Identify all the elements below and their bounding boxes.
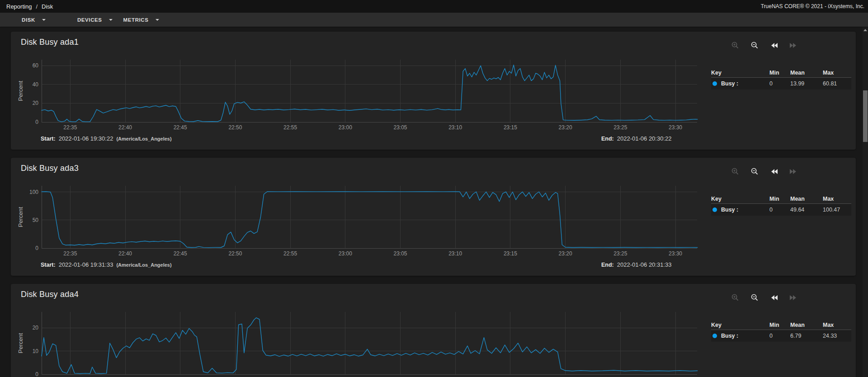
x-tick-label: 22:50	[228, 250, 242, 257]
step-back-icon[interactable]	[770, 293, 778, 302]
x-tick-label: 22:45	[174, 124, 187, 131]
busy-series-line	[42, 192, 698, 248]
y-tick-label: 100	[29, 189, 38, 195]
y-tick-label: 60	[33, 62, 39, 69]
legend-header-max: Max	[823, 322, 850, 328]
x-tick-label: 23:00	[339, 124, 352, 131]
series-color-dot	[712, 207, 717, 212]
chart-actions	[731, 41, 797, 49]
breadcrumb-page: Disk	[42, 3, 53, 10]
zoom-out-icon[interactable]	[750, 41, 759, 49]
time-range-row: Start:2022-01-06 19:31:33(America/Los_An…	[11, 261, 709, 269]
chart-card-ada1: Disk Busy ada1 22:3522:4022:4522:5022:55…	[11, 32, 856, 150]
scroll-up-icon[interactable]	[863, 28, 868, 33]
y-tick-label: 20	[33, 100, 39, 106]
zoom-in-icon[interactable]	[731, 167, 739, 175]
chart-canvas[interactable]: 22:3522:4022:4522:5022:5523:0023:0523:10…	[11, 284, 707, 377]
legend-min-value: 0	[769, 80, 790, 87]
legend-mean-value: 13.99	[790, 80, 823, 87]
disk-dropdown-label: DISK	[22, 17, 35, 23]
step-forward-icon[interactable]	[789, 167, 797, 175]
start-value: 2022-01-06 19:31:33	[59, 261, 113, 268]
x-tick-label: 23:05	[393, 250, 407, 257]
zoom-in-icon[interactable]	[731, 293, 739, 302]
legend-header-min: Min	[769, 196, 790, 202]
x-tick-label: 22:50	[228, 124, 242, 131]
y-axis-title: Percent	[17, 333, 24, 353]
step-back-icon[interactable]	[770, 167, 778, 175]
metrics-dropdown-label: METRICS	[123, 17, 149, 23]
end-label: End:	[601, 136, 614, 142]
y-axis-title: Percent	[17, 207, 24, 227]
x-tick-label: 23:20	[559, 250, 572, 257]
step-forward-icon[interactable]	[789, 41, 797, 49]
chart-canvas[interactable]: 22:3522:4022:4522:5022:5523:0023:0523:10…	[11, 158, 707, 259]
scrollbar-thumb[interactable]	[863, 90, 868, 142]
busy-series-line	[42, 65, 698, 122]
disk-dropdown-button[interactable]: DISK	[16, 13, 51, 27]
legend-series-row: Busy : 0 13.99 60.81	[711, 78, 851, 90]
x-tick-label: 23:10	[448, 250, 462, 257]
start-timezone: (America/Los_Angeles)	[116, 262, 171, 268]
chart-actions	[731, 293, 797, 302]
legend-series-row: Busy : 0 6.79 24.33	[711, 330, 851, 342]
x-tick-label: 22:55	[283, 124, 297, 131]
y-axis-title: Percent	[17, 80, 24, 101]
legend-header-mean: Mean	[790, 196, 823, 202]
x-tick-label: 23:25	[613, 250, 627, 257]
chart-legend: Key Min Mean Max Busy : 0 49.64 100.47	[711, 194, 851, 216]
breadcrumb: Reporting / Disk	[6, 3, 53, 10]
legend-header-mean: Mean	[790, 322, 823, 328]
x-tick-label: 22:35	[63, 124, 77, 131]
y-tick-label: 0	[35, 245, 38, 251]
legend-series-name: Busy :	[721, 207, 738, 213]
devices-dropdown-button[interactable]: DEVICES	[72, 13, 118, 27]
legend-header-mean: Mean	[790, 70, 823, 76]
copyright-text: TrueNAS CORE® © 2021 - iXsystems, Inc.	[761, 3, 864, 9]
x-tick-label: 23:05	[393, 124, 407, 131]
metrics-dropdown-button[interactable]: METRICS	[118, 13, 165, 27]
x-tick-label: 23:30	[669, 250, 682, 257]
x-tick-label: 23:00	[339, 250, 352, 257]
chart-actions	[731, 167, 797, 175]
legend-header-row: Key Min Mean Max	[711, 68, 851, 78]
step-back-icon[interactable]	[770, 41, 778, 49]
y-tick-label: 20	[33, 325, 39, 331]
dropdown-caret-icon	[156, 19, 159, 21]
chart-legend: Key Min Mean Max Busy : 0 6.79 24.33	[711, 320, 851, 342]
start-label: Start:	[41, 136, 56, 142]
y-tick-label: 50	[33, 217, 39, 223]
legend-mean-value: 49.64	[790, 207, 823, 213]
chart-card-ada3: Disk Busy ada3 22:3522:4022:4522:5022:55…	[11, 158, 856, 276]
chart-canvas[interactable]: 22:3522:4022:4522:5022:5523:0023:0523:10…	[11, 32, 707, 133]
y-tick-label: 0	[35, 371, 38, 377]
x-tick-label: 23:10	[448, 124, 462, 131]
zoom-out-icon[interactable]	[750, 293, 759, 302]
breadcrumb-section[interactable]: Reporting	[6, 3, 32, 10]
scrollbar-track[interactable]	[863, 27, 868, 377]
y-tick-label: 0	[35, 119, 38, 125]
x-tick-label: 22:40	[118, 124, 132, 131]
legend-header-row: Key Min Mean Max	[711, 320, 851, 330]
zoom-in-icon[interactable]	[731, 41, 739, 49]
legend-header-min: Min	[769, 322, 790, 328]
step-forward-icon[interactable]	[789, 293, 797, 302]
chart-legend: Key Min Mean Max Busy : 0 13.99 60.81	[711, 68, 851, 90]
end-value: 2022-01-06 20:31:33	[617, 261, 672, 268]
dropdown-caret-icon	[42, 19, 46, 21]
devices-dropdown-label: DEVICES	[77, 17, 102, 23]
start-label: Start:	[41, 262, 56, 268]
x-tick-label: 22:45	[174, 250, 187, 257]
legend-header-key: Key	[711, 70, 769, 76]
series-color-dot	[712, 334, 717, 338]
end-label: End:	[601, 262, 614, 268]
x-tick-label: 23:15	[504, 124, 517, 131]
y-tick-label: 10	[33, 348, 39, 354]
x-tick-label: 23:30	[669, 124, 682, 131]
start-value: 2022-01-06 19:30:22	[59, 135, 113, 142]
legend-header-row: Key Min Mean Max	[711, 194, 851, 204]
x-tick-label: 22:35	[63, 250, 77, 257]
zoom-out-icon[interactable]	[750, 167, 759, 175]
start-timezone: (America/Los_Angeles)	[116, 136, 171, 141]
legend-min-value: 0	[769, 207, 790, 213]
